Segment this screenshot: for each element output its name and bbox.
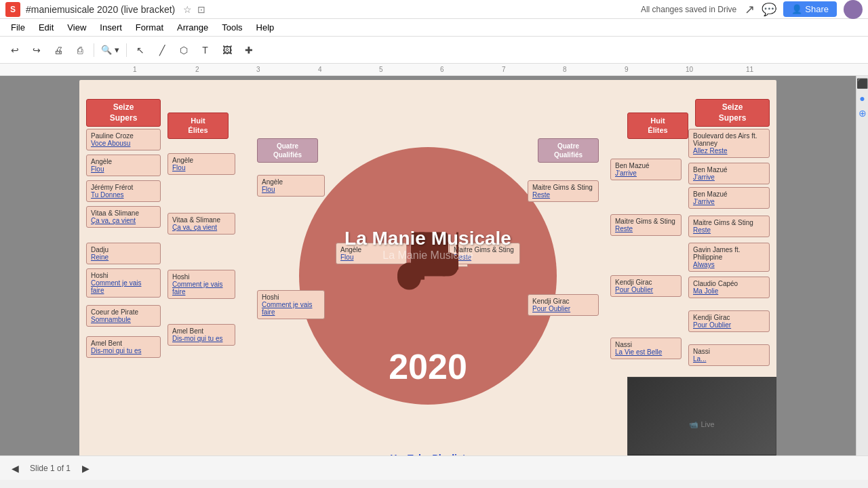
ruler-1: 1: [133, 66, 137, 73]
line-tool[interactable]: ╱: [153, 41, 172, 60]
svg-rect-1: [397, 263, 421, 290]
ruler: 1 2 3 4 5 6 7 8 9 10 11: [0, 64, 868, 76]
menu-bar: File Edit View Insert Format Arrange Too…: [0, 19, 868, 37]
ruler-3: 3: [256, 66, 260, 73]
right-huit-result-3: Kendji Girac Pour Oublier: [610, 275, 682, 297]
left-huit-result-3: Hoshi Comment je vais faire: [167, 270, 235, 299]
entry-coeur: Coeur de Pirate Somnambule: [86, 305, 161, 327]
ruler-11: 11: [746, 66, 753, 73]
user-avatar[interactable]: [844, 0, 863, 19]
video-overlay: 📹 Live ⏸ ⬜ 📷 🎤 ✕: [627, 377, 776, 455]
slide-year: 2020: [389, 346, 467, 387]
right-huit-result-4: Nassi La Vie est Belle: [610, 338, 682, 359]
cursor-tool[interactable]: ↖: [131, 41, 150, 60]
slide-prev[interactable]: ◀: [5, 459, 24, 478]
youtube-link[interactable]: YouTube Playlist: [391, 453, 466, 455]
ruler-9: 9: [625, 66, 629, 73]
insert-tool[interactable]: ✚: [239, 41, 258, 60]
slide-next[interactable]: ▶: [76, 459, 95, 478]
menu-insert[interactable]: Insert: [94, 21, 127, 34]
ruler-8: 8: [563, 66, 567, 73]
left-quatre-result-1: Angèle Flou: [257, 175, 325, 197]
menu-file[interactable]: File: [5, 21, 31, 34]
activity-icon[interactable]: ↗: [745, 2, 755, 17]
sidebar-icon-2[interactable]: ●: [858, 94, 867, 103]
right-huit-result-2: Maitre Gims & Sting Reste: [610, 214, 682, 236]
left-quatre: Quatre Qualifiés: [257, 138, 318, 163]
right-huit-elites: Huit Élites: [627, 113, 688, 139]
toolbar: ↩ ↪ 🖨 ⎙ 🔍 ▾ ↖ ╱ ⬡ T 🖼 ✚: [0, 37, 868, 64]
right-entry-1: Boulevard des Airs ft. Vianney Allez Res…: [688, 129, 770, 158]
slide: La Manie Musicale La Manie Musicale 2020…: [79, 80, 776, 455]
right-entry-7: Kendji Girac Pour Oublier: [688, 310, 770, 332]
right-entry-2: Ben Mazué J'arrive: [688, 163, 770, 184]
menu-edit[interactable]: Edit: [33, 21, 59, 34]
right-quatre-result-1: Maitre Gims & Sting Reste: [528, 180, 599, 202]
right-entry-3: Ben Mazué J'arrive: [688, 187, 770, 209]
slide-info: Slide 1 of 1: [30, 464, 71, 473]
toolbar-sep-1: [94, 43, 94, 57]
bottom-bar: ◀ Slide 1 of 1 ▶: [0, 455, 868, 480]
left-huit-result-1: Angèle Flou: [167, 153, 235, 175]
entry-jeremy: Jérémy Frérot Tu Donnes: [86, 180, 161, 202]
ruler-7: 7: [502, 66, 506, 73]
slide-title: La Manie Musicale: [344, 228, 511, 249]
topbar-right: ↗ 💬 👤 Share: [745, 0, 863, 19]
ruler-6: 6: [440, 66, 444, 73]
document-title[interactable]: #maniemusicale 2020 (live bracket): [26, 4, 175, 15]
right-entry-6: Claudio Capéo Ma Jolie: [688, 277, 770, 298]
autosave-status: All changes saved in Drive: [641, 5, 736, 14]
right-quatre-result-2: Kendji Girac Pour Oublier: [528, 294, 599, 316]
share-button[interactable]: 👤 Share: [783, 1, 837, 17]
title-bar: #maniemusicale 2020 (live bracket) ☆ ⊡: [26, 4, 641, 15]
left-seize-supers: Seize Supers: [86, 99, 161, 127]
menu-tools[interactable]: Tools: [216, 21, 248, 34]
left-huit-result-2: Vitaa & Slimane Ça va, ça vient: [167, 213, 235, 235]
entry-vitaa-1: Vitaa & Slimane Ça va, ça vient: [86, 206, 161, 228]
left-huit-elites: Huit Élites: [167, 113, 229, 139]
entry-hoshi-1: Hoshi Comment je vais faire: [86, 268, 161, 298]
right-panel: ⬛ ● ⊕: [856, 76, 868, 455]
entry-amel: Amel Bent Dis-moi qui tu es: [86, 336, 161, 358]
entry-pauline: Pauline Croze Voce Abousu: [86, 129, 161, 150]
image-tool[interactable]: 🖼: [218, 41, 237, 60]
ruler-2: 2: [195, 66, 199, 73]
menu-view[interactable]: View: [62, 21, 92, 34]
left-quatre-result-2: Hoshi Comment je vais faire: [257, 290, 325, 319]
ruler-10: 10: [686, 66, 693, 73]
entry-dadju: Dadju Reine: [86, 243, 161, 264]
toolbar-sep-2: [126, 43, 127, 57]
app-icon: S: [5, 2, 20, 17]
right-entry-5: Gavin James ft. Philippine Always: [688, 243, 770, 272]
redo-button[interactable]: ↪: [27, 41, 46, 60]
undo-button[interactable]: ↩: [5, 41, 24, 60]
menu-help[interactable]: Help: [251, 21, 280, 34]
shape-tool[interactable]: ⬡: [174, 41, 193, 60]
ruler-5: 5: [379, 66, 383, 73]
paint-format-button[interactable]: ⎙: [71, 41, 90, 60]
right-huit-result-1: Ben Mazué J'arrive: [610, 159, 682, 180]
share-icon: 👤: [791, 4, 802, 14]
sidebar-icon-1[interactable]: ⬛: [858, 79, 867, 88]
right-seize-supers: Seize Supers: [695, 99, 770, 127]
right-entry-4: Maitre Gims & Sting Reste: [688, 216, 770, 237]
textbox-tool[interactable]: T: [196, 41, 215, 60]
ruler-4: 4: [318, 66, 322, 73]
slide-subtitle: La Manie Musicale: [344, 249, 511, 262]
star-icon[interactable]: ☆: [183, 4, 192, 15]
folder-icon[interactable]: ⊡: [197, 4, 205, 15]
entry-angele-1: Angèle Flou: [86, 155, 161, 176]
menu-format[interactable]: Format: [130, 21, 169, 34]
comments-icon[interactable]: 💬: [762, 2, 776, 17]
zoom-dropdown[interactable]: 🔍 ▾: [98, 41, 122, 60]
right-quatre: Quatre Qualifiés: [538, 138, 599, 163]
left-huit-result-4: Amel Bent Dis-moi qui tu es: [167, 324, 235, 346]
menu-arrange[interactable]: Arrange: [172, 21, 214, 34]
share-label: Share: [805, 4, 829, 14]
sidebar-icon-3[interactable]: ⊕: [858, 108, 867, 118]
print-button[interactable]: 🖨: [49, 41, 68, 60]
top-bar: S #maniemusicale 2020 (live bracket) ☆ ⊡…: [0, 0, 868, 19]
right-entry-8: Nassi La...: [688, 344, 770, 366]
